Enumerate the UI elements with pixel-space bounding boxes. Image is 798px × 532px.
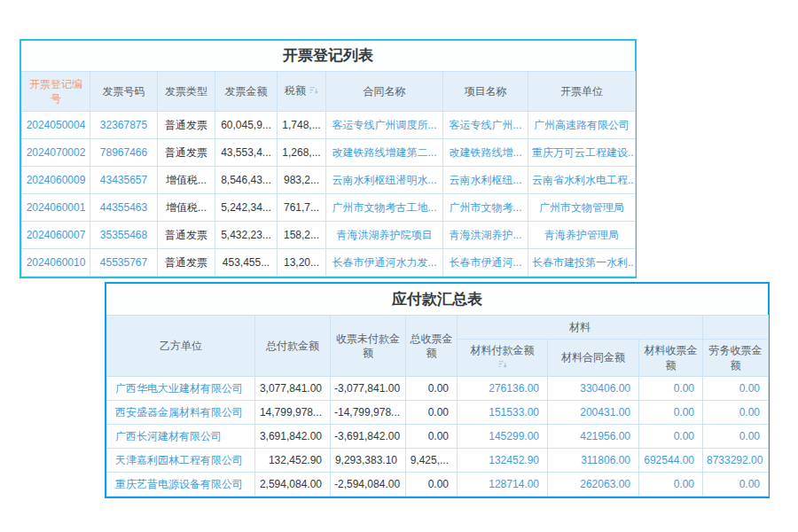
contract-name-link[interactable]: 长春市伊通河水力发...: [326, 249, 443, 277]
col-header-register-no: 开票登记编号: [22, 72, 90, 112]
labor-received-cell[interactable]: 0.00: [703, 473, 769, 497]
col-header-material-received: 材料收票金额: [639, 340, 703, 377]
register-no-link[interactable]: 2024070002: [22, 139, 90, 167]
table-row: 2024070002 78967466 普通发票 43,553,4... 1,2…: [22, 139, 636, 167]
invoice-no-link[interactable]: 32367875: [90, 112, 158, 139]
issuing-unit-link[interactable]: 广州高速路有限公司: [528, 112, 636, 139]
col-header-invoice-no: 发票号码: [90, 72, 158, 112]
contract-name-link[interactable]: 广州市文物考古工地...: [326, 194, 443, 222]
material-contract-cell[interactable]: 262063.00: [548, 473, 639, 497]
table-row: 西安盛器金属材料有限公司 14,799,978... -14,799,978..…: [107, 401, 769, 425]
labor-received-cell[interactable]: 8733292.00: [703, 449, 769, 473]
tax-cell: 13,20...: [278, 249, 326, 277]
received-unpaid-cell: 9,293,383.10: [331, 449, 406, 473]
col-header-project-name: 项目名称: [443, 72, 528, 112]
col-header-tax[interactable]: 税额: [278, 72, 326, 112]
material-contract-cell[interactable]: 200431.00: [548, 401, 639, 425]
contract-name-link[interactable]: 改建铁路线增建第二...: [326, 139, 443, 167]
invoice-no-link[interactable]: 78967466: [90, 139, 158, 167]
labor-received-cell[interactable]: 0.00: [703, 425, 769, 449]
project-name-link[interactable]: 改建铁路线增...: [443, 139, 528, 167]
material-paid-cell[interactable]: 151533.00: [458, 401, 548, 425]
issuing-unit-link[interactable]: 云南省水利水电工程...: [528, 167, 636, 194]
invoice-no-link[interactable]: 43435657: [90, 167, 158, 194]
issuing-unit-link[interactable]: 青海养护管理局: [528, 222, 636, 249]
party-name-link[interactable]: 西安盛器金属材料有限公司: [107, 401, 255, 425]
invoice-no-link[interactable]: 35355468: [90, 222, 158, 249]
tax-cell: 158,2...: [278, 222, 326, 249]
project-name-link[interactable]: 长春市伊通河...: [443, 249, 528, 277]
issuing-unit-link[interactable]: 长春市建投第一水利...: [528, 249, 636, 277]
contract-name-link[interactable]: 云南水利枢纽潜明水...: [326, 167, 443, 194]
material-paid-cell[interactable]: 128714.00: [458, 473, 548, 497]
invoice-no-link[interactable]: 45535767: [90, 249, 158, 277]
labor-received-cell[interactable]: 0.00: [703, 401, 769, 425]
total-paid-cell: 132,452.90: [255, 449, 331, 473]
material-paid-cell[interactable]: 132452.90: [458, 449, 548, 473]
col-header-invoice-amount: 发票金额: [215, 72, 278, 112]
invoice-amount-cell: 5,242,34...: [215, 194, 278, 222]
invoice-table: 开票登记编号 发票号码 发票类型 发票金额 税额 合同名称 项目名称 开票单位 …: [21, 71, 636, 277]
col-group-material: 材料: [458, 316, 703, 340]
col-header-material-paid[interactable]: 材料付款金额: [458, 340, 548, 377]
project-name-link[interactable]: 云南水利枢纽...: [443, 167, 528, 194]
table-row: 2024060009 43435657 增值税... 8,546,43... 9…: [22, 167, 636, 194]
material-received-cell[interactable]: 0.00: [639, 401, 703, 425]
received-unpaid-cell: -2,594,084.00: [331, 473, 406, 497]
table-row: 2024050004 32367875 普通发票 60,045,9... 1,7…: [22, 112, 636, 139]
invoice-amount-cell: 8,546,43...: [215, 167, 278, 194]
col-header-material-contract: 材料合同金额: [548, 340, 639, 377]
issuing-unit-link[interactable]: 重庆万可云工程建设...: [528, 139, 636, 167]
party-name-link[interactable]: 重庆艺昔电源设备有限公司: [107, 473, 255, 497]
contract-name-link[interactable]: 青海洪湖养护院项目: [326, 222, 443, 249]
col-header-labor-received: 劳务收票金额: [703, 340, 769, 377]
table-row: 广西长河建材有限公司 3,691,842.00 -3,691,842.00 0.…: [107, 425, 769, 449]
project-name-link[interactable]: 青海洪湖养护...: [443, 222, 528, 249]
tax-cell: 983,2...: [278, 167, 326, 194]
invoice-type-cell: 普通发票: [158, 222, 215, 249]
tax-cell: 1,268,...: [278, 139, 326, 167]
material-paid-cell[interactable]: 276136.00: [458, 377, 548, 401]
invoice-table-title: 开票登记列表: [21, 41, 635, 71]
register-no-link[interactable]: 2024050004: [22, 112, 90, 139]
tax-cell: 761,7...: [278, 194, 326, 222]
material-received-cell[interactable]: 0.00: [639, 425, 703, 449]
register-no-link[interactable]: 2024060010: [22, 249, 90, 277]
table-row: 天津嘉利园林工程有限公司 132,452.90 9,293,383.10 9,4…: [107, 449, 769, 473]
sort-icon[interactable]: [497, 358, 507, 372]
sort-icon[interactable]: [309, 84, 318, 98]
party-name-link[interactable]: 天津嘉利园林工程有限公司: [107, 449, 255, 473]
invoice-no-link[interactable]: 44355463: [90, 194, 158, 222]
project-name-link[interactable]: 客运专线广州...: [443, 112, 528, 139]
table-row: 2024060010 45535767 普通发票 453,455... 13,2…: [22, 249, 636, 277]
labor-received-cell[interactable]: 0.00: [703, 377, 769, 401]
total-received-cell: 0.00: [406, 401, 458, 425]
contract-name-link[interactable]: 客运专线广州调度所...: [326, 112, 443, 139]
material-contract-cell[interactable]: 330406.00: [548, 377, 639, 401]
total-received-cell: 9,425,...: [406, 449, 458, 473]
total-received-cell: 0.00: [406, 425, 458, 449]
material-paid-cell[interactable]: 145299.00: [458, 425, 548, 449]
material-received-cell[interactable]: 0.00: [639, 473, 703, 497]
tax-cell: 1,748,...: [278, 112, 326, 139]
material-received-cell[interactable]: 0.00: [639, 377, 703, 401]
total-received-cell: 0.00: [406, 473, 458, 497]
material-contract-cell[interactable]: 421956.00: [548, 425, 639, 449]
register-no-link[interactable]: 2024060007: [22, 222, 90, 249]
register-no-link[interactable]: 2024060009: [22, 167, 90, 194]
total-paid-cell: 2,594,084.00: [255, 473, 331, 497]
col-header-contract-name: 合同名称: [326, 72, 443, 112]
project-name-link[interactable]: 广州市文物考...: [443, 194, 528, 222]
issuing-unit-link[interactable]: 广州市文物管理局: [528, 194, 636, 222]
material-contract-cell[interactable]: 311806.00: [548, 449, 639, 473]
material-received-cell[interactable]: 692544.00: [639, 449, 703, 473]
invoice-amount-cell: 60,045,9...: [215, 112, 278, 139]
party-name-link[interactable]: 广西华电大业建材有限公司: [107, 377, 255, 401]
payable-table: 乙方单位 总付款金额 收票未付款金额 总收票金额 材料 材料付款金额 材料合同金…: [106, 315, 769, 497]
received-unpaid-cell: -3,691,842.00: [331, 425, 406, 449]
invoice-type-cell: 普通发票: [158, 139, 215, 167]
register-no-link[interactable]: 2024060001: [22, 194, 90, 222]
party-name-link[interactable]: 广西长河建材有限公司: [107, 425, 255, 449]
table-row: 2024060001 44355463 增值税... 5,242,34... 7…: [22, 194, 636, 222]
table-row: 广西华电大业建材有限公司 3,077,841.00 -3,077,841.00 …: [107, 377, 769, 401]
